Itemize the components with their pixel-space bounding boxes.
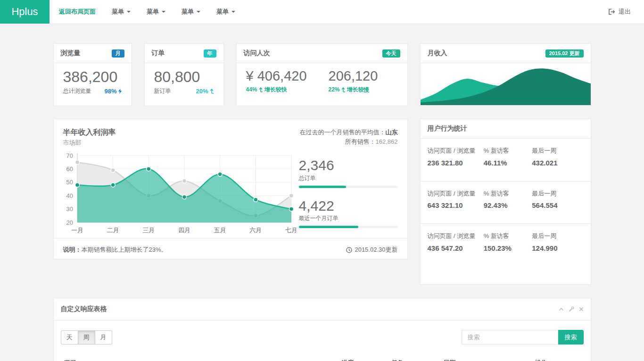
menu-dropdown-2[interactable]: 菜单 bbox=[147, 8, 165, 16]
row-value: 92.43% bbox=[484, 200, 532, 211]
svg-text:60: 60 bbox=[66, 165, 73, 172]
stat-label: 总计浏览量 bbox=[63, 87, 91, 95]
progress-fill bbox=[299, 226, 358, 228]
bolt-icon bbox=[118, 89, 122, 94]
progress-fill bbox=[299, 186, 347, 188]
card-title: 浏览量 bbox=[61, 49, 81, 57]
col-header-task: 任务 bbox=[388, 355, 440, 361]
behavior-row: 访问页面 / 浏览量643 321.10 % 新访客92.43% 最后一周564… bbox=[421, 181, 591, 224]
chevron-down-icon bbox=[162, 11, 165, 13]
sales-label: 所有销售： bbox=[345, 138, 376, 145]
card-title: 月收入 bbox=[428, 49, 447, 57]
row-value: 150.23% bbox=[484, 243, 532, 254]
stat-percent: 98% bbox=[104, 88, 116, 95]
stat-value: 206,120 bbox=[329, 68, 378, 84]
card-pageviews: 浏览量 月 386,200 总计浏览量 98% bbox=[53, 43, 132, 106]
user-behavior-panel: 用户行为统计 访问页面 / 浏览量236 321.80 % 新访客46.11% … bbox=[420, 119, 591, 285]
behavior-row: 访问页面 / 浏览量236 321.80 % 新访客46.11% 最后一周432… bbox=[421, 139, 591, 181]
wrench-icon[interactable] bbox=[569, 306, 574, 312]
panel-title: 用户行为统计 bbox=[428, 124, 467, 133]
row-value: 124.990 bbox=[532, 243, 583, 254]
col-header-progress: 进度 bbox=[338, 355, 387, 361]
updated-at: 2015.02.30更新 bbox=[355, 246, 397, 254]
menu-dropdown-3[interactable]: 菜单 bbox=[182, 8, 200, 16]
month-orders-label: 最近一个月订单 bbox=[299, 214, 398, 222]
month-orders-value: 4,422 bbox=[299, 198, 398, 214]
period-badge: 今天 bbox=[382, 49, 400, 57]
chart-title: 半年收入利润率 bbox=[63, 128, 116, 138]
row-value: 432.021 bbox=[532, 158, 583, 168]
collapse-icon[interactable] bbox=[559, 307, 564, 311]
row-value: 436 547.20 bbox=[428, 243, 484, 254]
row-label: % 新访客 bbox=[484, 232, 509, 239]
row-label: % 新访客 bbox=[484, 190, 509, 197]
row-label: 访问页面 / 浏览量 bbox=[428, 190, 476, 197]
note-text: 本期销售额比上期增长了23%。 bbox=[82, 246, 167, 253]
nav-menu-bar: 返回布局页面 菜单 菜单 菜单 菜单 bbox=[50, 0, 235, 24]
row-value: 564.554 bbox=[532, 200, 583, 211]
search-button[interactable]: 搜索 bbox=[558, 330, 584, 345]
card-title: 访问人次 bbox=[244, 49, 270, 57]
total-orders-label: 总订单 bbox=[299, 174, 398, 182]
period-badge: 月 bbox=[112, 49, 124, 57]
svg-text:二月: 二月 bbox=[107, 227, 119, 234]
sales-value: 162,862 bbox=[376, 138, 398, 145]
card-orders: 订单 年 80,800 新订单 20% bbox=[144, 43, 224, 106]
row-value: 236 321.80 bbox=[428, 158, 484, 168]
row-label: 访问页面 / 浏览量 bbox=[428, 232, 476, 239]
top-navbar: Hplus 返回布局页面 菜单 菜单 菜单 菜单 退出 bbox=[0, 0, 644, 24]
card-monthly-income: 月收入 2015.02 更新 bbox=[420, 43, 591, 106]
card-visits: 访问人次 今天 ¥ 406,420 44% 增长较快 206,120 22% 增… bbox=[236, 43, 408, 106]
chart-subtitle: 市场部 bbox=[63, 139, 116, 147]
svg-text:70: 70 bbox=[66, 152, 73, 159]
stat-note: 增长较快 bbox=[264, 86, 287, 94]
stat-value: 386,200 bbox=[63, 68, 122, 86]
level-up-icon bbox=[210, 89, 214, 94]
level-up-icon bbox=[341, 87, 346, 92]
logout-button[interactable]: 退出 bbox=[608, 0, 631, 24]
tab-day[interactable]: 天 bbox=[61, 330, 78, 345]
stat-percent: 22% bbox=[329, 86, 340, 93]
menu-label: 菜单 bbox=[182, 8, 194, 16]
menu-dropdown-1[interactable]: 菜单 bbox=[112, 8, 131, 16]
progress-track bbox=[299, 226, 398, 228]
projects-table: 项目 进度 任务 日期 操作 bbox=[61, 355, 584, 361]
menu-label: 菜单 bbox=[147, 8, 159, 16]
svg-text:40: 40 bbox=[66, 192, 73, 199]
tab-week[interactable]: 周 bbox=[78, 330, 95, 345]
chevron-down-icon bbox=[127, 11, 131, 13]
profit-area-chart: 203040506070一月二月三月四月五月六月七月 bbox=[63, 151, 299, 236]
search-input[interactable] bbox=[462, 330, 558, 345]
profit-chart-panel: 半年收入利润率 市场部 在过去的一个月销售的平均值：山东 所有销售：162,86… bbox=[53, 119, 408, 259]
stat-note: 增长较慢 bbox=[347, 86, 370, 94]
logout-label: 退出 bbox=[619, 8, 631, 16]
level-up-icon bbox=[259, 87, 263, 92]
total-orders-value: 2,346 bbox=[299, 157, 398, 174]
stat-percent: 44% bbox=[246, 86, 257, 93]
progress-track bbox=[299, 186, 398, 188]
row-label: % 新访客 bbox=[484, 147, 509, 154]
menu-dropdown-4[interactable]: 菜单 bbox=[216, 8, 235, 16]
svg-text:四月: 四月 bbox=[178, 227, 190, 234]
row-value: 46.11% bbox=[484, 158, 532, 168]
note-label: 说明： bbox=[63, 246, 82, 253]
close-icon[interactable] bbox=[579, 307, 584, 312]
svg-text:五月: 五月 bbox=[214, 227, 226, 234]
brand-logo[interactable]: Hplus bbox=[0, 0, 50, 24]
svg-text:50: 50 bbox=[66, 179, 73, 186]
panel-title: 自定义响应表格 bbox=[61, 305, 107, 313]
chevron-down-icon bbox=[197, 11, 200, 13]
stat-value: ¥ 406,420 bbox=[246, 68, 307, 84]
back-to-layout-link[interactable]: 返回布局页面 bbox=[59, 8, 96, 16]
period-badge: 年 bbox=[204, 49, 216, 57]
stat-label: 新订单 bbox=[154, 87, 171, 95]
svg-text:六月: 六月 bbox=[249, 227, 262, 234]
avg-value: 山东 bbox=[386, 129, 398, 136]
tab-month[interactable]: 月 bbox=[95, 330, 112, 345]
svg-text:20: 20 bbox=[66, 219, 73, 226]
row-label: 访问页面 / 浏览量 bbox=[428, 147, 476, 154]
col-header-project: 项目 bbox=[61, 355, 338, 361]
row-value: 643 321.10 bbox=[428, 200, 484, 211]
row-label: 最后一周 bbox=[532, 190, 556, 197]
responsive-table-panel: 自定义响应表格 天 周 月 搜索 bbox=[53, 298, 591, 361]
